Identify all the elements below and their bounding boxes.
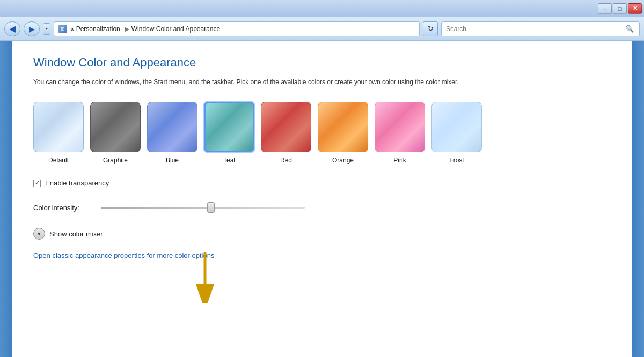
maximize-button[interactable]: □ — [613, 3, 627, 14]
swatch-default-label: Default — [48, 157, 69, 164]
swatch-orange-label: Orange — [332, 157, 354, 164]
arrow-svg — [189, 250, 221, 303]
back-button[interactable]: ◀ — [4, 21, 20, 36]
breadcrumb-part2: Window Color and Appearance — [131, 25, 220, 33]
minimize-button[interactable]: – — [598, 3, 612, 14]
intensity-row: Color intensity: — [33, 202, 611, 213]
main-container: Window Color and Appearance You can chan… — [0, 41, 644, 357]
intensity-label: Color intensity: — [33, 204, 92, 212]
nav-dropdown[interactable]: ▾ — [43, 23, 50, 35]
content-area: Window Color and Appearance You can chan… — [12, 41, 632, 357]
slider-thumb[interactable] — [207, 202, 215, 213]
expand-icon: ▾ — [33, 228, 45, 240]
breadcrumb-part1[interactable]: Personalization — [76, 25, 120, 33]
swatch-pink[interactable]: Pink — [375, 102, 425, 164]
swatch-graphite-color — [90, 102, 141, 152]
page-title: Window Color and Appearance — [33, 56, 611, 70]
color-mixer-label: Show color mixer — [49, 230, 103, 238]
swatch-blue-label: Blue — [166, 157, 179, 164]
transparency-checkbox[interactable]: ✓ — [33, 180, 41, 187]
search-input[interactable] — [446, 25, 624, 33]
close-button[interactable]: ✕ — [628, 3, 642, 14]
swatch-red[interactable]: Red — [261, 102, 311, 164]
address-bar: ◀ ▶ ▾ ⊞ « Personalization ▶ Window Color… — [0, 17, 644, 41]
arrow-annotation — [189, 250, 221, 306]
title-bar-buttons: – □ ✕ — [598, 3, 642, 14]
swatch-graphite[interactable]: Graphite — [90, 102, 141, 164]
slider-track — [101, 207, 305, 209]
page-description: You can change the color of windows, the… — [33, 77, 495, 87]
color-swatches: Default Graphite Blue Teal Red Orange — [33, 102, 611, 164]
swatch-orange-color — [318, 102, 368, 152]
swatch-orange[interactable]: Orange — [318, 102, 368, 164]
swatch-teal-label: Teal — [223, 157, 235, 164]
swatch-pink-label: Pink — [393, 157, 406, 164]
search-box: 🔍 — [441, 21, 640, 36]
swatch-red-color — [261, 102, 311, 152]
title-bar: – □ ✕ — [0, 0, 644, 17]
left-sidebar — [0, 41, 12, 357]
swatch-teal-color — [204, 102, 254, 152]
refresh-button[interactable]: ↻ — [423, 21, 438, 36]
checkbox-check-icon: ✓ — [35, 180, 40, 187]
swatch-graphite-label: Graphite — [103, 157, 128, 164]
swatch-frost[interactable]: Frost — [431, 102, 482, 164]
search-icon[interactable]: 🔍 — [624, 24, 635, 34]
transparency-label: Enable transparency — [45, 179, 109, 187]
color-mixer-row[interactable]: ▾ Show color mixer — [33, 228, 611, 240]
breadcrumb-icon: ⊞ — [58, 25, 67, 33]
swatch-frost-label: Frost — [449, 157, 464, 164]
breadcrumb-bar: ⊞ « Personalization ▶ Window Color and A… — [54, 21, 420, 36]
forward-button[interactable]: ▶ — [24, 21, 40, 36]
swatch-frost-color — [431, 102, 482, 152]
breadcrumb-separator: « — [70, 25, 74, 33]
swatch-default[interactable]: Default — [33, 102, 84, 164]
right-panel — [632, 41, 644, 357]
swatch-red-label: Red — [280, 157, 292, 164]
swatch-blue-color — [147, 102, 197, 152]
swatch-blue[interactable]: Blue — [147, 102, 197, 164]
transparency-row: ✓ Enable transparency — [33, 179, 611, 187]
classic-appearance-link[interactable]: Open classic appearance properties for m… — [33, 251, 214, 259]
breadcrumb-arrow: ▶ — [125, 25, 129, 33]
swatch-teal[interactable]: Teal — [204, 102, 254, 164]
swatch-pink-color — [375, 102, 425, 152]
intensity-slider[interactable] — [101, 202, 305, 213]
swatch-default-color — [33, 102, 84, 152]
